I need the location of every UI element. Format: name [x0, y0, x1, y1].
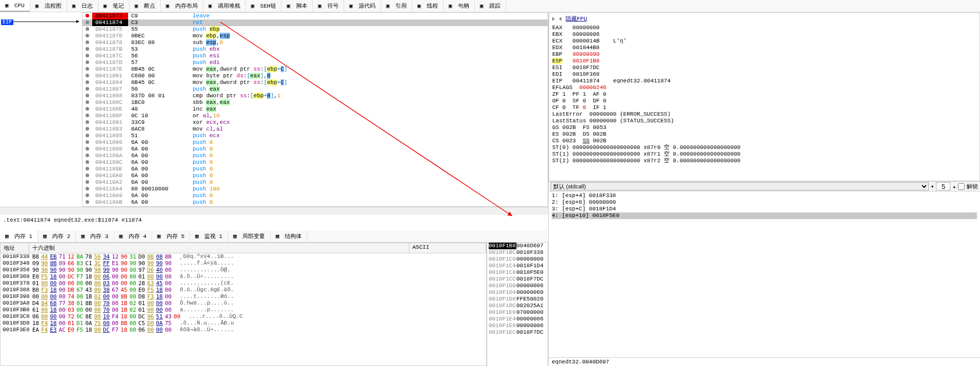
- disasm-row[interactable]: 004118A468 90010000push 190: [82, 186, 548, 192]
- hex-row[interactable]: 0018F3A8D484687738018B0070001B0201000000…: [1, 300, 486, 307]
- breakpoint-dot[interactable]: [86, 60, 89, 64]
- register-line[interactable]: ZF 1 PF 1 AF 0: [552, 91, 976, 98]
- disasm-row[interactable]: 0041187E8B45 0Cmov eax,dword ptr ss:[ebp…: [82, 66, 548, 73]
- spin-up-icon[interactable]: ▴: [952, 183, 956, 190]
- breakpoint-dot[interactable]: [86, 180, 89, 184]
- hex-header-hex[interactable]: 十六进制: [29, 243, 409, 253]
- breakpoint-dot[interactable]: [86, 40, 89, 44]
- breakpoint-dot[interactable]: [86, 94, 89, 97]
- breakpoint-dot[interactable]: [86, 67, 89, 71]
- register-line[interactable]: LastStatus 00000000 (STATUS_SUCCESS): [552, 118, 976, 124]
- stack-row[interactable]: 0018F1CC0018F7DC: [487, 276, 548, 283]
- breakpoint-dot[interactable]: [86, 160, 89, 164]
- breakpoint-dot[interactable]: [86, 120, 89, 124]
- hex-row[interactable]: 0018F388B0F31800DB67430038674500E0F51800…: [1, 287, 486, 293]
- tab-调用堆栈[interactable]: ▣调用堆栈: [203, 0, 246, 12]
- register-line[interactable]: OF 0 SF 0 DF 0: [552, 98, 976, 104]
- disasm-row[interactable]: 00411873C9leave: [82, 13, 548, 19]
- tab-符号[interactable]: ▣符号: [313, 0, 344, 12]
- disasm-scroll-h[interactable]: [0, 207, 548, 215]
- register-line[interactable]: EDX 001844B8: [552, 45, 976, 51]
- memtab-内存 3[interactable]: ▦内存 3: [76, 230, 114, 242]
- arg-line[interactable]: 2: [esp+8] 00000000: [552, 199, 977, 206]
- breakpoint-dot[interactable]: [86, 147, 89, 150]
- stack-row[interactable]: 0018F1EC0018F7DC: [487, 329, 548, 336]
- hex-row[interactable]: 0018F37801000000000000000300000028634500…: [1, 280, 486, 287]
- disasm-row[interactable]: 004118986A 00push 0: [82, 146, 548, 153]
- disasm-row[interactable]: 004118768BECmov ebp,esp: [82, 33, 548, 39]
- tab-源代码[interactable]: ▣源代码: [344, 0, 381, 12]
- register-line[interactable]: CF 0 TF 0 IF 1: [552, 104, 976, 111]
- disasm-row[interactable]: 004118A06A 00push 0: [82, 173, 548, 179]
- hex-header-addr[interactable]: 地址: [1, 243, 29, 253]
- disasm-row[interactable]: 004118AB6A 00push 0: [82, 199, 548, 206]
- stack-panel[interactable]: 0018F1B80040D6970018F1BC0018F3380018F1C0…: [487, 243, 548, 366]
- stack-row[interactable]: 0018F1C000000000: [487, 256, 548, 263]
- arg-line[interactable]: 3: [esp+C] 0018F1D4: [552, 206, 977, 212]
- disasm-row[interactable]: 0041189551push ecx: [82, 133, 548, 139]
- stack-row[interactable]: 0018F1BC0018F338: [487, 249, 548, 256]
- hex-row[interactable]: 0018F368E0F51800DCF718000600000001000000…: [1, 273, 486, 280]
- disasm-row[interactable]: 0041189A6A 00push 0: [82, 153, 548, 159]
- hex-row[interactable]: 0018F3E8EAF4E3ACE0F51800DCF7180006000000…: [1, 327, 486, 333]
- stack-row[interactable]: 0018F1E007000000: [487, 309, 548, 316]
- disasm-row[interactable]: 004118848B45 0Cmov eax,dword ptr ss:[ebp…: [82, 79, 548, 86]
- breakpoint-dot[interactable]: [86, 200, 89, 204]
- memtab-内存 4[interactable]: ▦内存 4: [114, 230, 152, 242]
- register-line[interactable]: CS 0023 SS 002B: [552, 138, 976, 144]
- stack-row[interactable]: 0018F1D8FFE50020: [487, 296, 548, 303]
- register-line[interactable]: ESI 0018F7DC: [552, 64, 976, 71]
- disasm-row[interactable]: 00411874C3ret: [82, 19, 548, 26]
- chevron-left-icon[interactable]: [559, 17, 561, 21]
- stack-row[interactable]: 0018F1B80040D697: [487, 243, 548, 249]
- breakpoint-dot[interactable]: [86, 100, 89, 104]
- stack-row[interactable]: 0018F1C80018F5E0: [487, 269, 548, 276]
- disasm-row[interactable]: 0041188750push eax: [82, 86, 548, 93]
- hex-header-ascii[interactable]: ASCII: [409, 243, 486, 253]
- stack-row[interactable]: 0018F1DC002025A1: [487, 303, 548, 309]
- memtab-内存 1[interactable]: ▦内存 1: [0, 230, 38, 242]
- tab-脚本[interactable]: ▣脚本: [282, 0, 313, 12]
- tab-跟踪[interactable]: ▣跟踪: [475, 0, 506, 12]
- tab-断点[interactable]: ▣断点: [130, 0, 161, 12]
- tab-内存布局[interactable]: ▣内存布局: [161, 0, 203, 12]
- register-line[interactable]: EBX 00000006: [552, 31, 976, 38]
- stack-row[interactable]: 0018F1C40018F1D4: [487, 263, 548, 269]
- disasm-row[interactable]: 0041188F0C 10or al,10: [82, 113, 548, 119]
- info-bar[interactable]: .text:00411874 eqnedt32.exe:$11874 #1187…: [0, 215, 548, 230]
- memtab-内存 2[interactable]: ▦内存 2: [38, 230, 76, 242]
- register-line[interactable]: ST(1) 00000000000000000000 x87r1 空 0.000…: [552, 151, 976, 158]
- hide-fpu-link[interactable]: 隐藏FPU: [566, 15, 587, 23]
- register-line[interactable]: ST(2) 00000000000000000000 x87r2 空 0.000…: [552, 158, 976, 164]
- disasm-row[interactable]: 0041189133C9xor ecx,ecx: [82, 119, 548, 126]
- register-line[interactable]: GS 002B FS 0053: [552, 124, 976, 131]
- breakpoint-dot[interactable]: [86, 14, 89, 17]
- breakpoint-dot[interactable]: [86, 20, 89, 24]
- stack-row[interactable]: 0018F1E800000006: [487, 322, 548, 329]
- arg-line[interactable]: 4: [esp+10] 0018F5E0: [552, 212, 977, 219]
- stack-row[interactable]: 0018F1D000000006: [487, 283, 548, 289]
- arguments-panel[interactable]: 1: [esp+4] 0018F3382: [esp+8] 000000003:…: [549, 191, 980, 357]
- register-line[interactable]: LastError 00000000 (ERROR_SUCCESS): [552, 111, 976, 118]
- hex-row[interactable]: 0018F3B8610018000300000070001B0201000000…: [1, 307, 486, 313]
- hex-row[interactable]: 0018F3980000000074001B0200008B00D8F31800…: [1, 293, 486, 300]
- breakpoint-dot[interactable]: [86, 187, 89, 190]
- hex-row[interactable]: 0018F3D818F4180001D10A7500008B00C5D00A75…: [1, 320, 486, 327]
- breakpoint-dot[interactable]: [86, 34, 89, 37]
- memtab-监视 1[interactable]: ▦监视 1: [190, 230, 228, 242]
- register-line[interactable]: ST(0) 00000000000000000000 x87r0 空 0.000…: [552, 144, 976, 151]
- memtab-内存 5[interactable]: ▦内存 5: [152, 230, 190, 242]
- disasm-row[interactable]: 0041187B53push ebx: [82, 46, 548, 53]
- breakpoint-dot[interactable]: [86, 127, 89, 131]
- hex-dump-panel[interactable]: 地址 十六进制 ASCII 0018F338B844EB7112BA785634…: [0, 243, 487, 366]
- registers-panel[interactable]: 隐藏FPU EAX 00000000EBX 00000006ECX 000001…: [549, 12, 980, 181]
- disasm-row[interactable]: 0041188C1BC0sbb eax,eax: [82, 99, 548, 106]
- tab-引用[interactable]: ▣引用: [381, 0, 412, 12]
- breakpoint-dot[interactable]: [86, 174, 89, 177]
- tab-SEH链[interactable]: ▣SEH链: [246, 0, 282, 12]
- register-line[interactable]: EAX 00000000: [552, 25, 976, 31]
- breakpoint-dot[interactable]: [86, 27, 89, 31]
- lock-checkbox[interactable]: [958, 183, 965, 190]
- hex-row[interactable]: 0018F35890909090909090909090909097D64000…: [1, 267, 486, 273]
- breakpoint-dot[interactable]: [86, 134, 89, 137]
